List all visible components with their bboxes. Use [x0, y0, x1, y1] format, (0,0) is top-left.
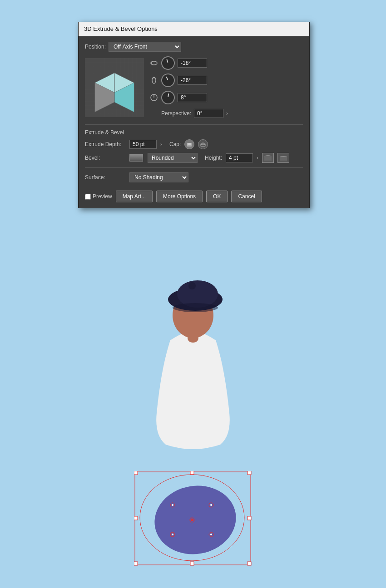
- perspective-arrow: ›: [226, 110, 228, 117]
- cancel-button[interactable]: Cancel: [231, 191, 262, 202]
- cap-off-icon: [200, 141, 206, 147]
- selected-shape-area: [134, 471, 252, 566]
- perspective-input[interactable]: [194, 109, 223, 118]
- dial-y[interactable]: [159, 71, 177, 89]
- anchor-2-center: [210, 504, 212, 506]
- rotation-y-icon: [149, 76, 158, 85]
- rotation-z-icon: [149, 93, 158, 102]
- rotation-x-row: [149, 56, 303, 70]
- bevel-inside-icon: [279, 154, 287, 162]
- bevel-inside-button[interactable]: [277, 153, 289, 163]
- bevel-label: Bevel:: [85, 155, 126, 161]
- handle-mid-left: [134, 516, 138, 520]
- rotation-x-icon: [149, 59, 158, 68]
- cap-label: Cap:: [169, 141, 181, 147]
- position-row: Position: Off-Axis Front Off-Axis Back O…: [85, 42, 303, 52]
- character-illustration: [125, 240, 261, 454]
- anchor-3-center: [172, 534, 173, 535]
- svg-rect-15: [201, 144, 205, 147]
- map-art-button[interactable]: Map Art...: [116, 191, 153, 202]
- surface-select[interactable]: No Shading Diffuse Shading Plastic Shadi…: [129, 172, 188, 182]
- extrude-depth-row: Extrude Depth: › Cap:: [85, 139, 303, 149]
- ok-button[interactable]: OK: [206, 191, 228, 202]
- rotation-x-input[interactable]: [178, 59, 207, 68]
- surface-row: Surface: No Shading Diffuse Shading Plas…: [85, 172, 303, 182]
- rotation-z-input[interactable]: [178, 93, 207, 102]
- handle-top-mid: [190, 471, 194, 475]
- extrude-depth-arrow: ›: [160, 141, 162, 147]
- perspective-row: Perspective: ›: [149, 109, 303, 118]
- height-label: Height:: [205, 155, 222, 161]
- cube-svg: [85, 58, 144, 117]
- extrude-depth-label: Extrude Depth:: [85, 141, 126, 147]
- cap-on-button[interactable]: [184, 139, 194, 149]
- bevel-select[interactable]: Rounded None Classic Complex 1 Complex 2…: [148, 153, 198, 163]
- section-divider-1: [85, 124, 303, 125]
- selected-shape-svg: [134, 471, 252, 566]
- anchor-1-center: [172, 504, 173, 506]
- hat-knob: [188, 282, 196, 289]
- extrude-bevel-section-title: Extrude & Bevel: [85, 129, 303, 136]
- preview-controls-area: Perspective: ›: [85, 56, 303, 118]
- more-options-button[interactable]: More Options: [156, 191, 203, 202]
- bevel-outside-button[interactable]: [262, 153, 274, 163]
- perspective-label: Perspective:: [161, 110, 191, 117]
- surface-label: Surface:: [85, 174, 126, 181]
- buttons-row: Preview Map Art... More Options OK Cance…: [85, 189, 303, 202]
- height-arrow: ›: [257, 155, 258, 161]
- handle-mid-right: [247, 516, 251, 520]
- cube-preview: [85, 58, 144, 117]
- dial-x[interactable]: [159, 54, 177, 72]
- anchor-center-dot: [191, 519, 193, 521]
- dialog-title: 3D Extrude & Bevel Options: [84, 25, 158, 32]
- rotation-controls: Perspective: ›: [149, 56, 303, 118]
- preview-label: Preview: [93, 193, 112, 200]
- position-label: Position:: [85, 44, 106, 50]
- preview-checkbox[interactable]: [85, 194, 91, 200]
- handle-top-right: [247, 471, 251, 475]
- cap-on-icon: [186, 141, 193, 147]
- handle-bot-mid: [190, 562, 194, 565]
- rotation-y-input[interactable]: [178, 76, 207, 85]
- handle-bot-left: [134, 562, 138, 565]
- body-shape: [156, 331, 230, 449]
- dialog-body: Position: Off-Axis Front Off-Axis Back O…: [79, 36, 309, 208]
- preview-check-area: Preview: [85, 193, 112, 200]
- height-input[interactable]: [226, 153, 253, 162]
- cap-off-button[interactable]: [198, 139, 208, 149]
- bevel-outside-icon: [264, 154, 272, 162]
- svg-point-14: [187, 143, 192, 145]
- position-select[interactable]: Off-Axis Front Off-Axis Back Off-Axis To…: [109, 42, 181, 52]
- character-svg: [125, 240, 261, 454]
- handle-bot-right: [247, 562, 251, 565]
- anchor-4-center: [210, 534, 212, 535]
- x-axis-icon: [150, 59, 158, 67]
- extruded-shape-main: [149, 480, 241, 561]
- 3d-extrude-bevel-dialog: 3D Extrude & Bevel Options Position: Off…: [78, 22, 310, 208]
- dialog-titlebar: 3D Extrude & Bevel Options: [79, 22, 309, 36]
- section-divider-2: [85, 167, 303, 168]
- svg-rect-17: [264, 156, 272, 161]
- dial-z[interactable]: [160, 90, 176, 105]
- bevel-row: Bevel: Rounded None Classic Complex 1 Co…: [85, 153, 303, 163]
- z-axis-icon: [150, 93, 158, 102]
- rotation-z-row: [149, 91, 303, 104]
- extrude-depth-input[interactable]: [129, 140, 157, 149]
- handle-top-left: [134, 471, 138, 475]
- hat-band: [173, 303, 218, 312]
- y-axis-icon: [150, 76, 158, 84]
- bevel-swatch: [129, 154, 143, 162]
- rotation-y-row: [149, 74, 303, 87]
